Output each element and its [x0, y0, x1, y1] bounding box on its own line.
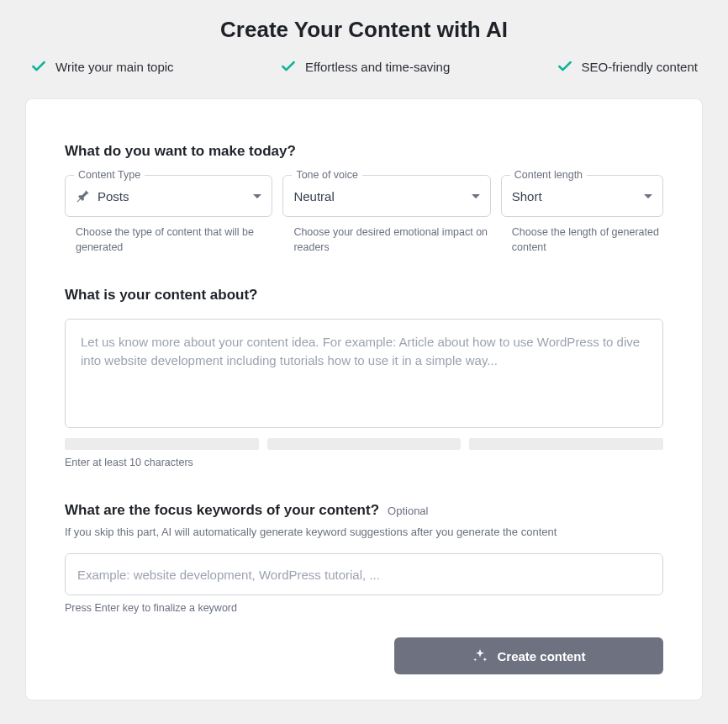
length-select[interactable]: Content length Short — [501, 175, 663, 217]
main-card: What do you want to make today? Content … — [25, 98, 703, 700]
length-label: Content length — [510, 169, 587, 181]
optional-label: Optional — [388, 505, 428, 517]
tone-group: Tone of voice Neutral Choose your desire… — [282, 175, 490, 255]
feature-item: SEO-friendly content — [557, 58, 698, 75]
section-heading-make: What do you want to make today? — [65, 143, 663, 160]
content-type-hint: Choose the type of content that will be … — [65, 225, 272, 255]
length-group: Content length Short Choose the length o… — [501, 175, 663, 255]
tone-value: Neutral — [293, 189, 471, 203]
caret-down-icon — [253, 194, 261, 198]
keywords-desc: If you skip this part, AI will automatic… — [65, 526, 663, 538]
content-idea-hint: Enter at least 10 characters — [65, 457, 663, 468]
section-heading-about: What is your content about? — [65, 287, 663, 304]
content-type-select[interactable]: Content Type Posts — [65, 175, 272, 217]
pin-icon — [76, 188, 91, 203]
tone-hint: Choose your desired emotional impact on … — [282, 225, 490, 255]
content-type-group: Content Type Posts Choose the type of co… — [65, 175, 272, 255]
button-row: Create content — [65, 637, 663, 674]
feature-text: SEO-friendly content — [582, 60, 698, 74]
skeleton-bar — [65, 438, 259, 450]
check-icon — [280, 58, 297, 75]
keywords-input[interactable] — [65, 553, 663, 595]
create-content-button[interactable]: Create content — [394, 637, 663, 674]
keywords-section: What are the focus keywords of your cont… — [65, 502, 663, 614]
skeleton-bar — [469, 438, 663, 450]
sparkle-icon — [472, 647, 488, 664]
feature-text: Effortless and time-saving — [305, 60, 450, 74]
feature-text: Write your main topic — [55, 60, 174, 74]
keywords-hint: Press Enter key to finalize a keyword — [65, 602, 663, 614]
create-content-label: Create content — [497, 649, 585, 663]
kw-heading-row: What are the focus keywords of your cont… — [65, 502, 663, 519]
caret-down-icon — [472, 194, 480, 198]
features-row: Write your main topic Effortless and tim… — [25, 58, 703, 75]
caret-down-icon — [644, 194, 652, 198]
content-type-label: Content Type — [74, 169, 145, 181]
length-value: Short — [512, 189, 644, 203]
check-icon — [30, 58, 47, 75]
tone-label: Tone of voice — [292, 169, 362, 181]
length-hint: Choose the length of generated content — [501, 225, 663, 255]
section-heading-keywords: What are the focus keywords of your cont… — [65, 502, 379, 519]
check-icon — [557, 58, 573, 75]
tone-select[interactable]: Tone of voice Neutral — [282, 175, 490, 217]
page-title: Create Your Content with AI — [25, 17, 703, 43]
content-idea-textarea[interactable] — [65, 319, 663, 428]
feature-item: Effortless and time-saving — [280, 58, 450, 75]
skeleton-bar — [267, 438, 462, 450]
skeleton-row — [65, 438, 663, 450]
content-type-value: Posts — [98, 189, 253, 203]
selects-row: Content Type Posts Choose the type of co… — [65, 175, 663, 255]
about-section: What is your content about? Enter at lea… — [65, 287, 663, 468]
feature-item: Write your main topic — [30, 58, 174, 75]
